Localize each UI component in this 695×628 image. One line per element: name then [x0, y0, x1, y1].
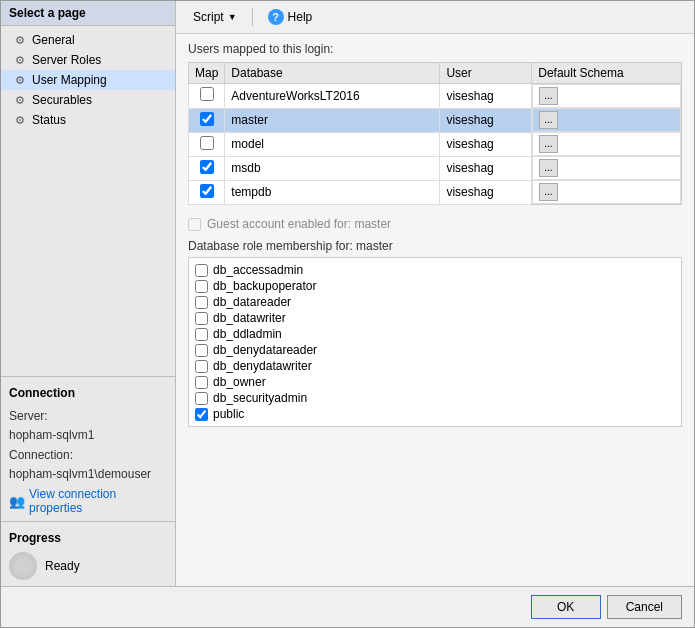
ellipsis-button[interactable]: ...	[539, 87, 557, 105]
progress-spinner	[9, 552, 37, 580]
table-row[interactable]: modelviseshag...	[189, 132, 682, 156]
database-cell: model	[225, 132, 440, 156]
connection-info: Server: hopham-sqlvm1 Connection: hopham…	[9, 407, 167, 484]
view-link-text: View connection properties	[29, 487, 167, 515]
user-cell: viseshag	[440, 84, 532, 109]
ellipsis-button[interactable]: ...	[539, 159, 557, 177]
connection-title: Connection	[9, 383, 167, 403]
toolbar: Script ▼ ? Help	[176, 1, 694, 34]
role-checkbox[interactable]	[195, 312, 208, 325]
role-label: db_owner	[213, 375, 266, 389]
select-page-header: Select a page	[1, 1, 175, 26]
guest-account-row: Guest account enabled for: master	[188, 213, 682, 235]
ellipsis-button[interactable]: ...	[539, 111, 557, 129]
ok-button[interactable]: OK	[531, 595, 601, 619]
dialog-footer: OK Cancel	[1, 586, 694, 627]
user-mapping-table: Map Database User Default Schema Adventu…	[188, 62, 682, 205]
database-cell: master	[225, 108, 440, 132]
role-checkbox[interactable]	[195, 328, 208, 341]
role-item: db_denydatareader	[195, 342, 675, 358]
role-item: db_datawriter	[195, 310, 675, 326]
nav-items: ⚙ General ⚙ Server Roles ⚙ User Mapping …	[1, 26, 175, 376]
role-item: db_backupoperator	[195, 278, 675, 294]
connection-section: Connection Server: hopham-sqlvm1 Connect…	[1, 376, 175, 521]
role-label: db_denydatareader	[213, 343, 317, 357]
user-mapping-icon: ⚙	[13, 73, 27, 87]
table-row[interactable]: AdventureWorksLT2016viseshag...	[189, 84, 682, 109]
connection-value: hopham-sqlvm1\demouser	[9, 465, 167, 484]
sidebar-item-label-status: Status	[32, 113, 66, 127]
map-checkbox[interactable]	[200, 87, 214, 101]
role-checkbox[interactable]	[195, 264, 208, 277]
progress-title: Progress	[9, 528, 167, 548]
cancel-button[interactable]: Cancel	[607, 595, 682, 619]
role-label: db_backupoperator	[213, 279, 316, 293]
toolbar-separator	[252, 8, 253, 26]
col-database: Database	[225, 63, 440, 84]
map-checkbox[interactable]	[200, 184, 214, 198]
schema-cell: ...	[532, 156, 681, 180]
sidebar-item-label-general: General	[32, 33, 75, 47]
table-row[interactable]: tempdbviseshag...	[189, 180, 682, 205]
map-checkbox[interactable]	[200, 160, 214, 174]
sidebar-item-general[interactable]: ⚙ General	[1, 30, 175, 50]
map-checkbox[interactable]	[200, 136, 214, 150]
script-dropdown-arrow: ▼	[228, 12, 237, 22]
server-label: Server:	[9, 407, 167, 426]
role-checkbox[interactable]	[195, 280, 208, 293]
view-connection-link[interactable]: 👥 View connection properties	[9, 487, 167, 515]
schema-cell: ...	[532, 108, 681, 132]
role-label: db_ddladmin	[213, 327, 282, 341]
help-button[interactable]: ? Help	[261, 6, 320, 28]
role-label: db_accessadmin	[213, 263, 303, 277]
role-checkbox[interactable]	[195, 296, 208, 309]
role-item: db_datareader	[195, 294, 675, 310]
ellipsis-button[interactable]: ...	[539, 135, 557, 153]
script-button[interactable]: Script ▼	[186, 7, 244, 27]
user-cell: viseshag	[440, 132, 532, 156]
sidebar-item-securables[interactable]: ⚙ Securables	[1, 90, 175, 110]
role-checkbox[interactable]	[195, 344, 208, 357]
role-item: db_accessadmin	[195, 262, 675, 278]
help-icon: ?	[268, 9, 284, 25]
role-label: db_denydatawriter	[213, 359, 312, 373]
user-cell: viseshag	[440, 180, 532, 205]
col-user: User	[440, 63, 532, 84]
col-default-schema: Default Schema	[532, 63, 682, 84]
guest-account-label: Guest account enabled for: master	[207, 217, 391, 231]
guest-account-checkbox[interactable]	[188, 218, 201, 231]
connection-link-icon: 👥	[9, 494, 25, 509]
sidebar-item-label-securables: Securables	[32, 93, 92, 107]
database-cell: tempdb	[225, 180, 440, 205]
roles-section: Database role membership for: master db_…	[188, 239, 682, 427]
sidebar-item-label-server-roles: Server Roles	[32, 53, 101, 67]
progress-section: Progress Ready	[1, 521, 175, 586]
main-content: Users mapped to this login: Map Database…	[176, 34, 694, 586]
help-label: Help	[288, 10, 313, 24]
ellipsis-button[interactable]: ...	[539, 183, 557, 201]
progress-status: Ready	[45, 559, 80, 573]
roles-list: db_accessadmindb_backupoperatordb_datare…	[188, 257, 682, 427]
role-checkbox[interactable]	[195, 408, 208, 421]
role-item: db_securityadmin	[195, 390, 675, 406]
role-label: public	[213, 407, 244, 421]
connection-label: Connection:	[9, 446, 167, 465]
status-icon: ⚙	[13, 113, 27, 127]
map-checkbox[interactable]	[200, 112, 214, 126]
role-checkbox[interactable]	[195, 376, 208, 389]
sidebar-item-user-mapping[interactable]: ⚙ User Mapping	[1, 70, 175, 90]
dialog-body: Select a page ⚙ General ⚙ Server Roles ⚙…	[1, 1, 694, 586]
sidebar-item-label-user-mapping: User Mapping	[32, 73, 107, 87]
role-checkbox[interactable]	[195, 392, 208, 405]
script-label: Script	[193, 10, 224, 24]
sidebar-item-status[interactable]: ⚙ Status	[1, 110, 175, 130]
server-value: hopham-sqlvm1	[9, 426, 167, 445]
table-row[interactable]: masterviseshag...	[189, 108, 682, 132]
database-cell: msdb	[225, 156, 440, 180]
table-row[interactable]: msdbviseshag...	[189, 156, 682, 180]
role-checkbox[interactable]	[195, 360, 208, 373]
user-cell: viseshag	[440, 108, 532, 132]
sidebar-item-server-roles[interactable]: ⚙ Server Roles	[1, 50, 175, 70]
user-cell: viseshag	[440, 156, 532, 180]
mapping-header: Users mapped to this login:	[188, 42, 682, 56]
